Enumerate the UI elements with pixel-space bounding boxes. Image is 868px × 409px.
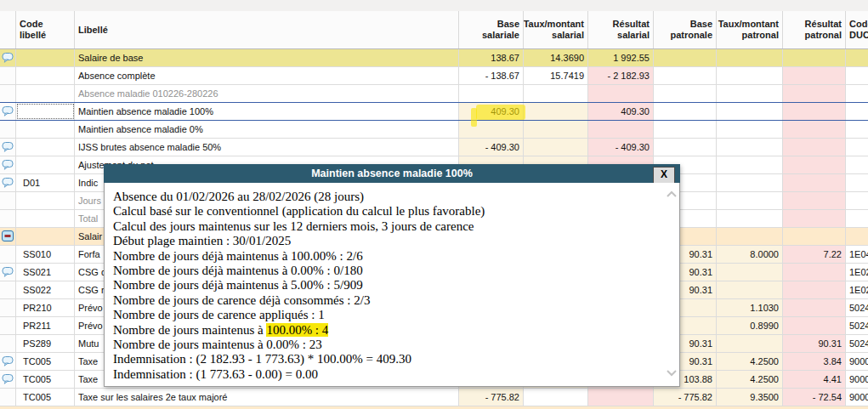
value-cell[interactable] xyxy=(783,156,846,173)
value-cell[interactable] xyxy=(459,85,524,102)
value-cell[interactable] xyxy=(524,389,588,406)
value-cell[interactable] xyxy=(717,192,783,209)
code-cell[interactable] xyxy=(16,103,75,120)
value-cell[interactable] xyxy=(783,103,846,120)
table-row[interactable]: Absence complète- 138.6715.7419- 2 182.9… xyxy=(0,67,868,85)
table-row[interactable]: IJSS brutes absence maladie 50%- 409.30-… xyxy=(0,139,868,156)
value-cell[interactable]: 4.2500 xyxy=(717,353,783,370)
value-cell[interactable] xyxy=(459,121,524,138)
duc-code-cell[interactable]: 1E02 xyxy=(846,281,868,298)
value-cell[interactable] xyxy=(783,85,846,102)
value-cell[interactable]: 9.3500 xyxy=(717,389,783,406)
code-cell[interactable]: PR211 xyxy=(16,317,75,334)
duc-code-cell[interactable] xyxy=(846,210,868,227)
value-cell[interactable]: 409.30 xyxy=(588,103,654,120)
value-cell[interactable]: - 138.67 xyxy=(459,67,524,84)
code-cell[interactable]: PR210 xyxy=(16,299,75,316)
duc-code-cell[interactable] xyxy=(846,228,868,245)
value-cell[interactable] xyxy=(783,67,846,84)
duc-code-cell[interactable]: 5024 xyxy=(846,299,868,316)
value-cell[interactable]: 0.8990 xyxy=(717,317,783,334)
code-cell[interactable] xyxy=(16,121,75,138)
code-cell[interactable]: SS021 xyxy=(16,264,75,281)
duc-code-cell[interactable]: 9000 xyxy=(846,389,868,406)
comment-bubble-icon[interactable] xyxy=(2,52,14,65)
duc-code-cell[interactable] xyxy=(846,156,868,173)
value-cell[interactable] xyxy=(654,139,717,156)
label-cell[interactable]: Maintien absence maladie 100% xyxy=(75,103,459,120)
value-cell[interactable]: - 775.82 xyxy=(459,389,524,406)
code-cell[interactable] xyxy=(16,85,75,102)
label-cell[interactable]: IJSS brutes absence maladie 50% xyxy=(75,139,459,156)
comment-bubble-icon[interactable] xyxy=(2,159,14,172)
label-cell[interactable]: Maintien absence maladie 0% xyxy=(75,121,459,138)
value-cell[interactable] xyxy=(717,156,783,173)
value-cell[interactable] xyxy=(783,192,846,209)
duc-code-cell[interactable]: 1E02 xyxy=(846,264,868,281)
comment-bubble-icon[interactable] xyxy=(2,141,14,154)
label-cell[interactable]: Taxe sur les salaires 2e taux majoré xyxy=(75,389,459,406)
value-cell[interactable] xyxy=(588,121,654,138)
value-cell[interactable] xyxy=(717,210,783,227)
comment-bubble-icon[interactable] xyxy=(2,373,14,386)
value-cell[interactable] xyxy=(783,228,846,245)
value-cell[interactable] xyxy=(717,49,783,66)
code-cell[interactable]: TC005 xyxy=(16,389,75,406)
code-cell[interactable] xyxy=(16,192,75,209)
value-cell[interactable]: 138.67 xyxy=(459,49,524,66)
code-cell[interactable] xyxy=(16,67,75,84)
code-cell[interactable] xyxy=(16,49,75,66)
table-row[interactable]: Maintien absence maladie 0% xyxy=(0,121,868,139)
duc-code-cell[interactable] xyxy=(846,49,868,66)
duc-code-cell[interactable] xyxy=(846,67,868,84)
value-cell[interactable] xyxy=(717,85,783,102)
value-cell[interactable] xyxy=(717,103,783,120)
value-cell[interactable] xyxy=(717,264,783,281)
table-row[interactable]: TC005Taxe sur les salaires 2e taux major… xyxy=(0,389,868,406)
duc-code-cell[interactable]: 5024 xyxy=(846,317,868,334)
value-cell[interactable]: - 2 182.93 xyxy=(588,67,654,84)
value-cell[interactable] xyxy=(524,121,588,138)
value-cell[interactable]: - 409.30 xyxy=(588,139,654,156)
table-row[interactable]: Maintien absence maladie 100%409.30409.3… xyxy=(0,103,868,121)
value-cell[interactable] xyxy=(654,103,717,120)
dialog-close-button[interactable]: X xyxy=(653,167,675,184)
value-cell[interactable] xyxy=(654,49,717,66)
value-cell[interactable]: 7.22 xyxy=(783,246,846,263)
value-cell[interactable] xyxy=(783,121,846,138)
value-cell[interactable] xyxy=(654,67,717,84)
value-cell[interactable] xyxy=(783,210,846,227)
comment-bubble-icon[interactable] xyxy=(2,105,14,118)
value-cell[interactable] xyxy=(783,299,846,316)
value-cell[interactable] xyxy=(717,67,783,84)
code-cell[interactable]: SS022 xyxy=(16,281,75,298)
value-cell[interactable] xyxy=(717,139,783,156)
scroll-up-icon[interactable] xyxy=(666,190,675,199)
duc-code-cell[interactable] xyxy=(846,192,868,209)
comment-bubble-icon[interactable] xyxy=(2,177,14,190)
code-cell[interactable]: PS289 xyxy=(16,335,75,352)
value-cell[interactable]: - 72.54 xyxy=(783,389,846,406)
collapse-section-icon[interactable] xyxy=(2,230,14,243)
value-cell[interactable] xyxy=(717,228,783,245)
code-cell[interactable]: SS010 xyxy=(16,246,75,263)
duc-code-cell[interactable] xyxy=(846,85,868,102)
duc-code-cell[interactable]: 9000 xyxy=(846,353,868,370)
label-cell[interactable]: Salaire de base xyxy=(75,49,459,66)
value-cell[interactable]: 8.0000 xyxy=(717,246,783,263)
value-cell[interactable]: 1.1030 xyxy=(717,299,783,316)
value-cell[interactable] xyxy=(717,121,783,138)
value-cell[interactable] xyxy=(717,174,783,191)
label-cell[interactable]: Absence complète xyxy=(75,67,459,84)
code-cell[interactable] xyxy=(16,210,75,227)
value-cell[interactable] xyxy=(524,139,588,156)
value-cell[interactable]: - 775.82 xyxy=(654,389,717,406)
code-cell[interactable] xyxy=(16,228,75,245)
value-cell[interactable]: 14.3690 xyxy=(524,49,588,66)
code-cell[interactable] xyxy=(16,139,75,156)
value-cell[interactable]: 15.7419 xyxy=(524,67,588,84)
value-cell[interactable] xyxy=(783,317,846,334)
value-cell[interactable] xyxy=(783,139,846,156)
label-cell[interactable]: Absence maladie 010226-280226 xyxy=(75,85,459,102)
duc-code-cell[interactable]: 5024 xyxy=(846,335,868,352)
